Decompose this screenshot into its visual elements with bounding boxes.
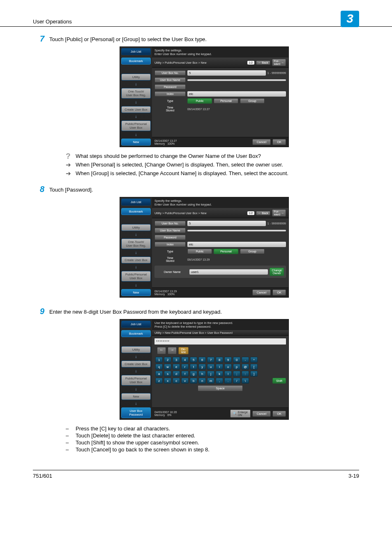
key-a[interactable]: a [155,371,163,377]
key-o[interactable]: o [224,364,232,370]
nav-new[interactable]: New [121,393,151,400]
nav-bookmark[interactable]: Bookmark [121,58,151,65]
nav-create-user-box[interactable]: Create User Box [121,106,151,113]
delete-key[interactable]: De- lete [178,347,189,354]
key-4[interactable]: 4 [181,357,189,363]
key-0[interactable]: 0 [233,357,240,363]
key-e[interactable]: e [173,364,180,370]
key-,[interactable]: , [216,378,223,384]
key-n[interactable]: n [198,378,206,384]
type-public-button[interactable]: Public [187,98,212,104]
cancel-button[interactable]: Cancel [252,411,271,417]
key-1[interactable]: 1 [155,357,163,363]
input-index[interactable]: etc [187,242,286,247]
key-z[interactable]: z [155,378,163,384]
enlarge-button[interactable]: 🔍Enlarge ON [230,409,251,418]
back-button[interactable]: ← Back [256,60,270,65]
ok-button[interactable]: OK [272,411,286,417]
type-group-button[interactable]: Group [240,249,265,254]
key-k[interactable]: k [216,371,223,377]
key-u[interactable]: u [207,364,214,370]
nav-new[interactable]: New [121,289,151,296]
key-][interactable]: ] [250,371,258,377]
key-\[interactable]: \ [242,378,249,384]
key--[interactable]: - [242,357,249,363]
type-personal-button[interactable]: Personal [214,98,238,104]
key-v[interactable]: v [181,378,189,384]
nav-onetouch[interactable]: One-Touch/ User Box Reg. [121,238,151,249]
cancel-button[interactable]: Cancel [252,289,271,296]
key-d[interactable]: d [173,371,180,377]
nav-job-list[interactable]: Job List [121,321,151,328]
key-8[interactable]: 8 [216,357,223,363]
key-y[interactable]: y [198,364,206,370]
key-i[interactable]: i [216,364,223,370]
nav-public-personal[interactable]: Public/Personal User Box [121,271,151,282]
nav-job-list[interactable]: Job List [121,48,151,55]
key-/[interactable]: / [233,378,240,384]
key-w[interactable]: w [164,364,171,370]
key-g[interactable]: g [190,371,197,377]
nav-utility[interactable]: Utility [121,74,151,81]
key-m[interactable]: m [207,378,214,384]
key-c[interactable]: c [173,378,180,384]
type-public-button[interactable]: Public [187,249,212,254]
key-p[interactable]: p [233,364,240,370]
input-user-box-no[interactable]: 5 [187,221,266,226]
nav-bookmark[interactable]: Bookmark [121,330,151,337]
space-key[interactable]: Space [198,385,243,391]
field-user-box-name[interactable]: User Box Name [154,77,186,83]
key-s[interactable]: s [164,371,171,377]
key-6[interactable]: 6 [198,357,206,363]
key-f[interactable]: f [181,371,189,377]
field-user-box-name[interactable]: User Box Name [154,228,186,233]
key-;[interactable]: ; [233,371,240,377]
back-button[interactable]: ← Back [256,211,270,215]
input-user-box-name[interactable] [187,79,286,81]
key-j[interactable]: j [207,371,214,377]
ok-button[interactable]: OK [272,289,286,296]
nav-onetouch[interactable]: One-Touch/ User Box Reg. [121,88,151,99]
field-user-box-no[interactable]: User Box No. [154,221,186,226]
nav-new[interactable]: New [121,139,151,146]
nav-public-personal[interactable]: Public/Personal User Box [121,375,151,386]
key-:[interactable]: : [242,371,249,377]
key-5[interactable]: 5 [190,357,197,363]
key-x[interactable]: x [164,378,171,384]
key-9[interactable]: 9 [224,357,232,363]
field-password[interactable]: Password [154,84,186,90]
key-h[interactable]: h [198,371,206,377]
cursor-right-key[interactable]: → [168,347,177,354]
nav-create-user-box[interactable]: Create User Box [121,361,151,368]
key-2[interactable]: 2 [164,357,171,363]
input-index[interactable]: etc [187,91,286,97]
key-q[interactable]: q [155,364,163,370]
field-password[interactable]: Password [154,235,186,240]
nav-user-box-password[interactable]: User Box Password [121,407,151,418]
cursor-left-key[interactable]: ← [157,347,166,354]
nav-utility[interactable]: Utility [121,346,151,353]
key-t[interactable]: t [190,364,197,370]
key-b[interactable]: b [190,378,197,384]
field-index[interactable]: Index [154,91,186,97]
key-7[interactable]: 7 [207,357,214,363]
forward-button[interactable]: For- ward → [272,209,286,217]
key-3[interactable]: 3 [173,357,180,363]
key-r[interactable]: r [181,364,189,370]
key-[[interactable]: [ [250,364,258,370]
nav-create-user-box[interactable]: Create User Box [121,257,151,264]
nav-bookmark[interactable]: Bookmark [121,208,151,215]
key-l[interactable]: l [224,371,232,377]
shift-key[interactable]: Shift [272,378,286,384]
field-user-box-no[interactable]: User Box No. [154,70,186,76]
nav-utility[interactable]: Utility [121,224,151,231]
type-personal-button[interactable]: Personal [214,249,238,254]
key-@[interactable]: @ [242,364,249,370]
nav-job-list[interactable]: Job List [121,199,151,206]
field-index[interactable]: Index [154,242,186,247]
key-^[interactable]: ^ [250,357,258,363]
nav-public-personal[interactable]: Public/Personal User Box [121,120,151,131]
type-group-button[interactable]: Group [240,98,265,104]
input-user-box-name[interactable] [187,230,286,231]
change-owner-button[interactable]: Change Owner [270,268,284,276]
